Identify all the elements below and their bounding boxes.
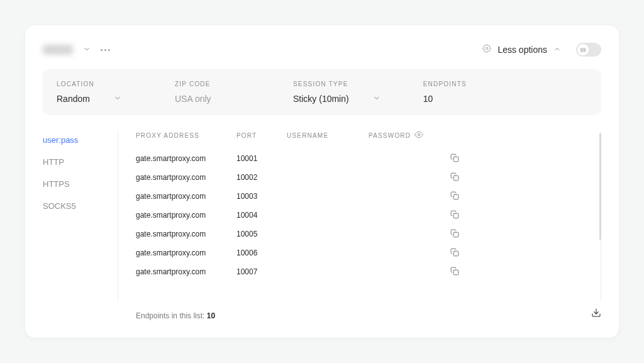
table-head: Proxy address Port Username Password	[136, 130, 601, 140]
cell-port: 10004	[236, 211, 287, 220]
filter-session-type: Session type Sticky (10min)	[293, 81, 380, 104]
session-type-select[interactable]: Sticky (10min)	[293, 94, 380, 104]
zip-code-placeholder: USA only	[175, 94, 211, 104]
svg-rect-2	[453, 157, 458, 162]
copy-button[interactable]	[450, 172, 475, 183]
table-body: gate.smartproxy.com10001gate.smartproxy.…	[136, 149, 601, 301]
th-port: Port	[236, 130, 287, 140]
tab-socks5[interactable]: SOCKS5	[43, 201, 100, 211]
location-value: Random	[57, 94, 90, 104]
cell-address: gate.smartproxy.com	[136, 211, 236, 220]
protocol-tabs: user:pass HTTP HTTPS SOCKS5	[43, 130, 118, 301]
more-actions-button[interactable]	[101, 49, 110, 51]
th-password-label: Password	[369, 132, 411, 139]
endpoints-input[interactable]: 10	[423, 94, 499, 104]
card-header: Less options	[43, 43, 601, 57]
filter-label: Endpoints	[423, 81, 499, 87]
eye-icon[interactable]	[414, 130, 423, 140]
cell-address: gate.smartproxy.com	[136, 267, 236, 276]
table-footer: Endpoints in this list: 10	[43, 301, 601, 320]
svg-rect-7	[453, 251, 458, 256]
filter-bar: Location Random Zip code USA only Sessio…	[43, 69, 601, 115]
copy-button[interactable]	[450, 248, 475, 259]
count-label: Endpoints in this list:	[136, 311, 204, 320]
cell-port: 10001	[236, 154, 287, 163]
copy-button[interactable]	[450, 210, 475, 221]
cell-address: gate.smartproxy.com	[136, 192, 236, 201]
tab-http[interactable]: HTTP	[43, 157, 100, 167]
svg-rect-6	[453, 232, 458, 237]
copy-button[interactable]	[450, 191, 475, 202]
header-right: Less options	[482, 43, 601, 57]
chevron-down-icon	[373, 94, 380, 104]
table-row: gate.smartproxy.com10006	[136, 243, 601, 262]
scrollbar[interactable]	[599, 133, 601, 240]
tab-https[interactable]: HTTPS	[43, 179, 100, 189]
header-left	[43, 44, 110, 55]
cell-port: 10003	[236, 192, 287, 201]
copy-button[interactable]	[450, 154, 475, 164]
svg-rect-8	[453, 270, 458, 275]
svg-rect-4	[453, 194, 458, 199]
th-password: Password	[369, 130, 450, 140]
cell-address: gate.smartproxy.com	[136, 249, 236, 257]
cell-port: 10002	[236, 173, 287, 182]
cell-address: gate.smartproxy.com	[136, 154, 236, 163]
subscription-name-blurred	[43, 45, 73, 55]
filter-label: Location	[57, 81, 132, 87]
copy-button[interactable]	[450, 267, 475, 277]
filter-zip-code: Zip code USA only	[175, 81, 250, 104]
view-toggle-switch[interactable]	[576, 43, 601, 57]
proxy-config-card: Less options Location Random Zip code	[25, 25, 619, 338]
filter-label: Session type	[293, 81, 380, 87]
table-row: gate.smartproxy.com10003	[136, 187, 601, 206]
switch-thumb	[577, 44, 589, 55]
table-wrap: Proxy address Port Username Password gat…	[118, 130, 601, 301]
zip-code-input[interactable]: USA only	[175, 94, 250, 104]
cell-port: 10006	[236, 249, 287, 257]
subscription-dropdown[interactable]	[83, 44, 91, 55]
filter-endpoints: Endpoints 10	[423, 81, 499, 104]
th-actions	[450, 130, 475, 140]
th-username: Username	[287, 130, 369, 140]
options-label: Less options	[497, 45, 547, 55]
endpoint-count: Endpoints in this list: 10	[136, 311, 215, 320]
chevron-up-icon	[553, 44, 561, 55]
svg-rect-3	[453, 176, 458, 181]
chevron-down-icon	[114, 94, 121, 104]
table-row: gate.smartproxy.com10004	[136, 206, 601, 225]
copy-button[interactable]	[450, 229, 475, 240]
filter-label: Zip code	[175, 81, 250, 87]
endpoints-table-area: user:pass HTTP HTTPS SOCKS5 Proxy addres…	[43, 130, 601, 301]
location-select[interactable]: Random	[57, 94, 132, 104]
svg-point-1	[418, 133, 420, 136]
table-row: gate.smartproxy.com10001	[136, 149, 601, 168]
download-button[interactable]	[591, 308, 601, 320]
filter-location: Location Random	[57, 81, 132, 104]
count-value: 10	[207, 311, 215, 320]
table-row: gate.smartproxy.com10007	[136, 262, 601, 281]
cell-port: 10007	[236, 267, 287, 276]
th-proxy-address: Proxy address	[136, 130, 236, 140]
endpoints-value: 10	[423, 94, 433, 104]
table-row: gate.smartproxy.com10005	[136, 225, 601, 243]
cell-address: gate.smartproxy.com	[136, 230, 236, 238]
session-type-value: Sticky (10min)	[293, 94, 349, 104]
cell-port: 10005	[236, 230, 287, 238]
svg-point-0	[486, 47, 489, 50]
svg-rect-5	[453, 213, 458, 218]
gear-icon	[482, 44, 491, 55]
cell-address: gate.smartproxy.com	[136, 173, 236, 182]
options-toggle[interactable]: Less options	[482, 44, 561, 55]
tab-userpass[interactable]: user:pass	[43, 135, 100, 145]
table-row: gate.smartproxy.com10002	[136, 168, 601, 187]
